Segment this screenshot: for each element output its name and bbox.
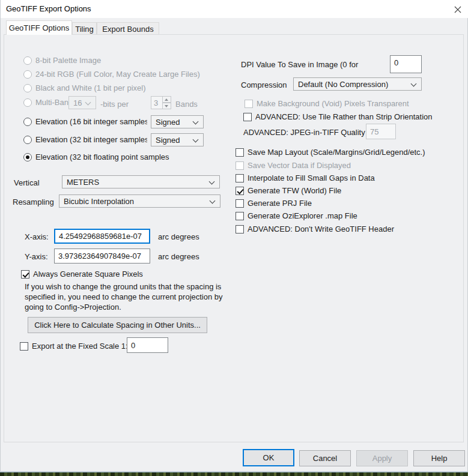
- x-axis-input[interactable]: 4.25492968859681e-07: [54, 229, 150, 244]
- radio-8bit-palette: 8-bit Palette Image: [23, 56, 101, 65]
- elev32-signed-select[interactable]: Signed: [151, 133, 204, 146]
- checkbox-icon: [20, 342, 28, 351]
- x-axis-label: X-axis:: [25, 232, 49, 241]
- vertical-label: Vertical: [14, 178, 40, 187]
- background-map-strip: [0, 472, 468, 476]
- spin-up-icon: [162, 96, 171, 103]
- checkbox-icon: [236, 225, 244, 233]
- radio-elevation-16bit[interactable]: Elevation (16 bit integer samples): [23, 117, 147, 126]
- fixed-scale-input[interactable]: 0: [127, 337, 168, 353]
- checkbox-icon: [236, 174, 244, 182]
- compression-label: Compression: [241, 80, 292, 89]
- y-axis-input[interactable]: 3.97362364907849e-07: [54, 249, 150, 264]
- jpeg-quality-label: ADVANCED: JPEG-in-TIFF Quality: [243, 128, 365, 137]
- chevron-down-icon: [210, 198, 216, 204]
- checkbox-icon: [236, 199, 244, 208]
- checkbox-icon: [236, 148, 244, 157]
- ok-button[interactable]: OK: [243, 449, 294, 466]
- y-axis-units: arc degrees: [158, 252, 199, 261]
- radio-icon: [23, 70, 32, 79]
- radio-icon: [23, 136, 32, 144]
- checkbox-save-map-layout[interactable]: Save Map Layout (Scale/Margins/Grid/Lege…: [236, 148, 425, 157]
- close-icon[interactable]: [453, 5, 463, 14]
- resampling-label: Resampling: [13, 197, 54, 206]
- calculate-spacing-button[interactable]: Click Here to Calculate Spacing in Other…: [28, 317, 207, 333]
- checkbox-icon: [236, 161, 244, 170]
- tab-export-bounds[interactable]: Export Bounds: [97, 22, 159, 35]
- chevron-down-icon: [193, 137, 199, 143]
- checkbox-use-tile-orientation[interactable]: ADVANCED: Use Tile Rather than Strip Ori…: [243, 112, 433, 121]
- spin-down-icon: [162, 103, 171, 109]
- bits-per-label: -bits per: [100, 100, 129, 109]
- apply-button: Apply: [356, 450, 408, 466]
- tab-geotiff-options[interactable]: GeoTIFF Options: [6, 20, 72, 35]
- elev16-signed-select[interactable]: Signed: [151, 115, 204, 128]
- bands-stepper: [162, 96, 171, 109]
- cancel-button[interactable]: Cancel: [299, 450, 351, 466]
- multiband-bits-select: 16: [68, 96, 96, 109]
- chevron-down-icon: [411, 81, 417, 87]
- radio-icon: [23, 118, 32, 126]
- radio-elevation-float[interactable]: Elevation (32 bit floating point samples: [23, 152, 169, 161]
- checkbox-icon: [236, 212, 244, 220]
- spacing-note: If you wish to change the ground units t…: [25, 282, 228, 312]
- checkbox-generate-ozi-map[interactable]: Generate OziExplorer .map File: [236, 211, 357, 220]
- screen: GeoTIFF Export Options GeoTIFF Options T…: [0, 0, 468, 476]
- resampling-select[interactable]: Bicubic Interpolation: [59, 194, 220, 208]
- checkbox-fixed-scale[interactable]: Export at the Fixed Scale 1:: [20, 342, 128, 351]
- checkbox-make-background-transparent: Make Background (Void) Pixels Transparen…: [245, 99, 409, 108]
- checkbox-square-pixels[interactable]: Always Generate Square Pixels: [21, 270, 143, 279]
- checkbox-icon: [21, 270, 29, 279]
- radio-24bit-rgb: 24-bit RGB (Full Color, May Create Large…: [23, 70, 200, 79]
- checkbox-save-vector-data: Save Vector Data if Displayed: [236, 161, 351, 170]
- radio-icon: [23, 56, 32, 65]
- radio-icon: [23, 98, 32, 107]
- checkbox-generate-prj[interactable]: Generate PRJ File: [236, 199, 312, 208]
- bands-label: Bands: [175, 100, 198, 109]
- checkbox-interpolate-gaps[interactable]: Interpolate to Fill Small Gaps in Data: [236, 173, 375, 182]
- dpi-input[interactable]: 0: [390, 55, 422, 73]
- checkbox-icon: [236, 187, 244, 195]
- chevron-down-icon: [209, 179, 215, 185]
- y-axis-label: Y-axis:: [25, 252, 48, 261]
- tab-tiling[interactable]: Tiling: [72, 22, 97, 35]
- checkbox-generate-tfw[interactable]: Generate TFW (World) File: [236, 186, 341, 195]
- help-button[interactable]: Help: [413, 450, 465, 466]
- radio-icon: [23, 84, 32, 92]
- chevron-down-icon: [193, 119, 199, 125]
- checkbox-no-geotiff-header[interactable]: ADVANCED: Don't Write GeoTIFF Header: [236, 224, 394, 233]
- x-axis-units: arc degrees: [158, 232, 199, 241]
- dpi-label: DPI Value To Save in Image (0 for: [241, 60, 358, 69]
- dialog-title: GeoTIFF Export Options: [6, 4, 91, 13]
- vertical-units-select[interactable]: METERS: [62, 175, 220, 188]
- chevron-down-icon: [85, 100, 91, 106]
- title-bar: GeoTIFF Export Options: [1, 0, 468, 18]
- bands-value: 3: [151, 96, 163, 109]
- checkbox-icon: [243, 113, 252, 121]
- geotiff-export-dialog: GeoTIFF Export Options GeoTIFF Options T…: [0, 0, 468, 472]
- checkbox-icon: [245, 100, 253, 108]
- jpeg-quality-input: 75: [366, 124, 396, 139]
- radio-icon: [23, 153, 32, 161]
- radio-elevation-32bit[interactable]: Elevation (32 bit integer samples): [23, 135, 147, 144]
- compression-select[interactable]: Default (No Compression): [293, 77, 422, 91]
- radio-black-white: Black and White (1 bit per pixel): [23, 83, 146, 92]
